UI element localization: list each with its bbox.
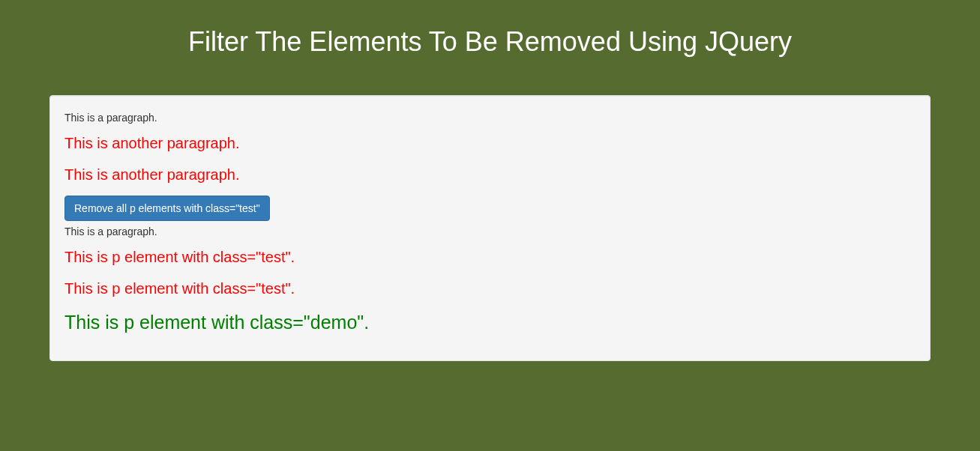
test-paragraph-3: This is p element with class="test". — [64, 246, 916, 267]
plain-paragraph-1: This is a paragraph. — [64, 110, 916, 125]
test-paragraph-4: This is p element with class="test". — [64, 278, 916, 299]
demo-paragraph-1: This is p element with class="demo". — [64, 309, 916, 336]
main-container: This is a paragraph. This is another par… — [49, 95, 931, 361]
test-paragraph-1: This is another paragraph. — [64, 133, 916, 154]
well-panel: This is a paragraph. This is another par… — [49, 95, 931, 361]
plain-paragraph-2: This is a paragraph. — [64, 224, 916, 239]
test-paragraph-2: This is another paragraph. — [64, 164, 916, 185]
remove-test-elements-button[interactable]: Remove all p elements with class="test" — [64, 196, 270, 221]
page-title: Filter The Elements To Be Removed Using … — [0, 0, 980, 95]
